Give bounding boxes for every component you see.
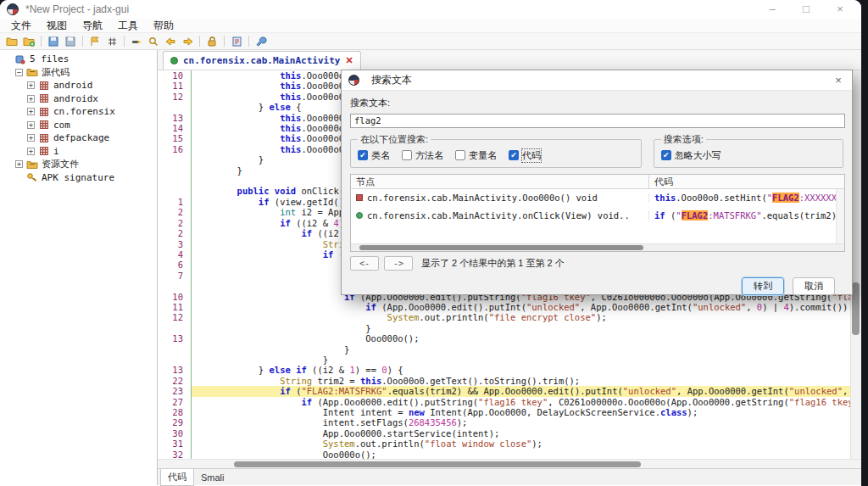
result-row[interactable]: cn.forensix.cab.MainActivity.Ooo000o() v… <box>351 189 844 207</box>
code-line[interactable]: 28 Intent intent = new Intent(App.Ooo000… <box>158 407 861 417</box>
save-all-icon[interactable] <box>46 35 61 48</box>
menu-item-导航[interactable]: 导航 <box>75 19 110 33</box>
expand-icon[interactable]: + <box>15 160 23 168</box>
next-page-button[interactable]: -> <box>384 256 413 271</box>
tree-item-5-files[interactable]: 5 files <box>0 53 157 66</box>
result-row[interactable]: cn.forensix.cab.MainActivity.onClick(Vie… <box>351 207 844 225</box>
package-icon <box>38 133 50 143</box>
tree-item-label: cn.forensix <box>53 106 115 117</box>
folder-resources-icon <box>26 159 38 170</box>
goto-button[interactable]: 转到 <box>742 277 784 295</box>
forward-icon[interactable] <box>180 35 195 48</box>
dialog-close-icon[interactable]: × <box>832 74 845 87</box>
code-line[interactable]: 29 intent.setFlags(268435456); <box>158 417 861 427</box>
code-line[interactable]: 13 } else if ((i2 & 1) == 0) { <box>158 365 861 375</box>
tree-item-i[interactable]: +i <box>0 145 157 159</box>
expand-icon[interactable]: + <box>27 108 35 115</box>
key-icon <box>26 172 38 182</box>
text-search-icon[interactable] <box>146 35 161 48</box>
expand-icon[interactable]: + <box>27 95 35 103</box>
code-line[interactable]: 30 App.Ooo0000.startService(intent); <box>158 428 861 439</box>
back-icon[interactable] <box>163 35 178 48</box>
tab-mainactivity[interactable]: cn.forensix.cab.MainActivity ✕ <box>163 51 361 70</box>
search-input[interactable] <box>350 114 845 128</box>
code-line[interactable]: } <box>158 344 861 355</box>
results-vertical-scrollbar[interactable] <box>836 189 844 243</box>
export-icon[interactable] <box>63 35 78 48</box>
menu-item-帮助[interactable]: 帮助 <box>146 19 181 33</box>
code-text: if ("FLAG2:MATSFRKG".equals(trim2) && Ap… <box>192 386 861 396</box>
code-line[interactable]: 12 System.out.println("file encrypt clos… <box>158 312 861 322</box>
result-node-text: cn.forensix.cab.MainActivity.Ooo000o() v… <box>367 193 598 203</box>
code-line[interactable]: 31 System.out.println("float window clos… <box>158 439 861 449</box>
code-line[interactable]: 27 if (App.Ooo0000.edit().putString("fla… <box>158 397 861 407</box>
code-text: if (App.Ooo0000.edit().putString("flag16… <box>192 397 861 407</box>
line-number <box>158 165 192 176</box>
flashlight-search-icon[interactable] <box>129 35 144 48</box>
code-line[interactable]: } <box>158 323 861 333</box>
toolbar <box>0 33 861 50</box>
tree-item-资源文件[interactable]: +资源文件 <box>0 158 157 171</box>
line-number: 15 <box>158 133 192 143</box>
checkbox-变量名[interactable]: 变量名 <box>455 149 497 162</box>
maximize-button[interactable]: □ <box>800 3 812 15</box>
expand-icon[interactable]: + <box>27 81 35 89</box>
tree-item-apk-signature[interactable]: APK signature <box>0 171 157 185</box>
deobfuscation-icon[interactable] <box>204 35 220 48</box>
vertical-scrollbar-thumb[interactable] <box>852 282 860 335</box>
column-header-code[interactable]: 代码 <box>649 175 844 188</box>
checkbox-checked-icon[interactable]: ✔ <box>509 150 519 160</box>
tab-close-icon[interactable]: ✕ <box>345 55 353 66</box>
tree-item-源代码[interactable]: −源代码 <box>0 66 157 80</box>
checkbox-checked-icon[interactable]: ✔ <box>358 150 368 160</box>
tree-item-android[interactable]: +android <box>0 79 157 92</box>
checkbox-checked-icon[interactable]: ✔ <box>661 150 671 160</box>
menu-item-文件[interactable]: 文件 <box>3 19 39 33</box>
horizontal-scrollbar[interactable] <box>158 459 861 468</box>
log-viewer-icon[interactable] <box>229 35 244 48</box>
checkbox-忽略大小写[interactable]: ✔忽略大小写 <box>661 149 721 162</box>
code-line[interactable]: 11 if (App.Ooo0000.edit().putInt("unlock… <box>158 302 861 312</box>
class-icon <box>170 57 178 64</box>
class-grid-icon[interactable] <box>104 35 120 48</box>
line-number <box>158 323 192 333</box>
menu-item-视图[interactable]: 视图 <box>39 19 75 33</box>
results-scrollbar-thumb[interactable] <box>359 245 643 250</box>
tree-item-com[interactable]: +com <box>0 119 157 132</box>
results-horizontal-scrollbar[interactable] <box>351 243 844 251</box>
prev-page-button[interactable]: <- <box>350 256 379 271</box>
column-header-node[interactable]: 节点 <box>351 175 649 188</box>
bottom-tab-smali[interactable]: Smali <box>194 471 231 484</box>
line-number: 14 <box>158 123 192 133</box>
code-line[interactable]: 13 Ooo000o(); <box>158 333 861 344</box>
code-line[interactable]: 22 String trim2 = this.Ooo00o0.getText()… <box>158 376 861 386</box>
tree-item-androidx[interactable]: +androidx <box>0 92 157 106</box>
checkbox-类名[interactable]: ✔类名 <box>358 149 390 162</box>
expand-icon[interactable]: + <box>27 121 35 129</box>
line-number: 2 <box>158 207 192 217</box>
bottom-tab-代码[interactable]: 代码 <box>160 469 194 486</box>
expand-icon[interactable]: + <box>27 134 35 142</box>
results-table: 节点 代码 cn.forensix.cab.MainActivity.Ooo00… <box>350 174 845 252</box>
tree-item-defpackage[interactable]: +defpackage <box>0 131 157 145</box>
checkbox-代码[interactable]: ✔代码 <box>509 149 541 162</box>
code-line[interactable]: 23 if ("FLAG2:MATSFRKG".equals(trim2) &&… <box>158 386 861 396</box>
cancel-button[interactable]: 取消 <box>793 277 835 295</box>
code-line[interactable]: } <box>158 355 861 365</box>
close-button[interactable]: × <box>834 3 846 15</box>
open-file-icon[interactable] <box>4 35 19 48</box>
menu-item-工具[interactable]: 工具 <box>110 19 146 33</box>
add-files-icon[interactable] <box>21 35 36 48</box>
tree-item-cn.forensix[interactable]: +cn.forensix <box>0 105 157 119</box>
minimize-button[interactable]: – <box>766 3 778 15</box>
settings-wrench-icon[interactable] <box>253 35 269 48</box>
code-line[interactable]: 32 Ooo000o(); <box>158 450 861 459</box>
checkbox-unchecked-icon[interactable] <box>402 150 412 160</box>
collapse-icon[interactable]: − <box>15 69 23 76</box>
reload-icon[interactable] <box>87 35 103 48</box>
checkbox-unchecked-icon[interactable] <box>455 150 465 160</box>
horizontal-scrollbar-thumb[interactable] <box>234 461 641 467</box>
checkbox-方法名[interactable]: 方法名 <box>402 149 443 162</box>
expand-icon[interactable]: + <box>27 148 35 155</box>
line-number: 13 <box>158 365 192 375</box>
